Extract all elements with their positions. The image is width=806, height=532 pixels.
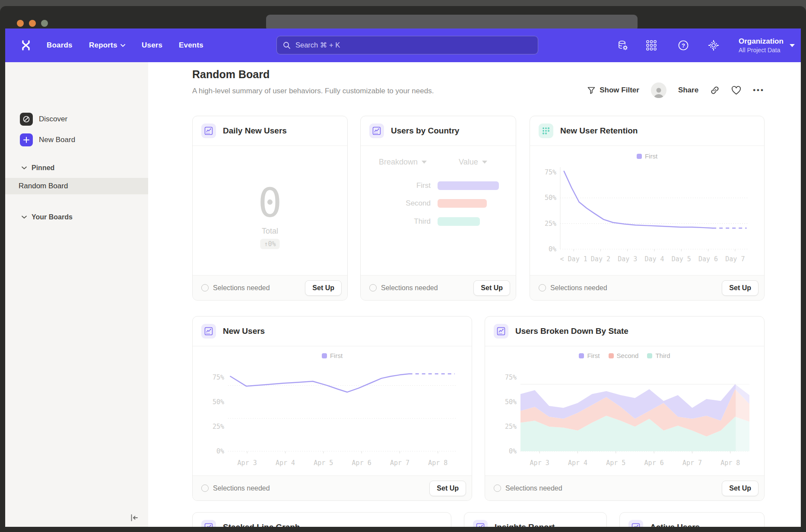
value-dropdown[interactable]: Value	[459, 158, 487, 167]
collapse-left-icon	[130, 513, 139, 522]
window-minimize-button[interactable]	[29, 20, 36, 27]
nav-item-boards[interactable]: Boards	[47, 28, 73, 62]
svg-text:75%: 75%	[545, 168, 556, 176]
svg-text:0%: 0%	[216, 447, 224, 455]
legend-swatch	[322, 353, 327, 358]
retention-grid-icon	[539, 124, 553, 138]
line-chart-icon	[201, 520, 216, 527]
favorite-button[interactable]	[731, 86, 741, 95]
breakdown-dropdown[interactable]: Breakdown	[379, 158, 427, 167]
card-header: Users by Country	[361, 116, 516, 146]
org-switcher[interactable]: Organization All Project Data	[739, 28, 795, 62]
sidebar-item-random-board[interactable]: Random Board	[5, 178, 148, 194]
new-users-chart-svg: 75%50%25%0%Apr 3Apr 4Apr 5Apr 6Apr 7Apr …	[203, 360, 462, 469]
chart-legend: First	[530, 152, 764, 160]
mixpanel-logo-icon	[19, 39, 32, 52]
board-actions: Show Filter Share •••	[587, 80, 765, 100]
question-mark-icon: ?	[678, 40, 689, 51]
svg-text:Apr 8: Apr 8	[720, 459, 740, 467]
window-zoom-button[interactable]	[41, 20, 48, 27]
sidebar-item-discover[interactable]: Discover	[5, 113, 148, 126]
card-stacked-line-graph: Stacked Line Graph	[192, 512, 451, 527]
legend-swatch	[579, 353, 584, 358]
row-label: First	[361, 181, 431, 190]
chart-legend: First	[193, 352, 472, 359]
svg-text:Apr 5: Apr 5	[314, 459, 333, 467]
mixpanel-logo[interactable]	[16, 28, 35, 62]
set-up-button[interactable]: Set Up	[473, 280, 510, 296]
link-icon	[710, 86, 720, 95]
svg-text:Apr 6: Apr 6	[644, 459, 664, 467]
chart-legend: First Second Third	[485, 352, 764, 359]
sidebar-section-pinned[interactable]: Pinned	[5, 162, 148, 174]
set-up-button[interactable]: Set Up	[722, 481, 758, 496]
card-users-by-country: Users by Country Breakdown Value First S…	[360, 116, 516, 301]
state-chart: 75%50%25%0%Apr 3Apr 4Apr 5Apr 6Apr 7Apr …	[495, 360, 755, 469]
show-filter-button[interactable]: Show Filter	[587, 86, 639, 95]
line-chart-icon	[201, 124, 216, 138]
chevron-down-icon	[790, 44, 795, 47]
country-bar	[438, 217, 480, 226]
set-up-button[interactable]: Set Up	[429, 481, 466, 496]
svg-text:Day 2: Day 2	[591, 255, 610, 263]
card-footer: Selections needed Set Up	[361, 275, 516, 300]
svg-text:?: ?	[682, 42, 685, 49]
line-chart-icon	[494, 324, 508, 339]
share-button[interactable]: Share	[678, 86, 698, 95]
sidebar: Discover New Board Pinned Random Board Y…	[5, 62, 149, 527]
country-bar	[438, 199, 487, 208]
app-content: Boards Reports Users Events Search ⌘ + K	[5, 28, 801, 527]
set-up-button[interactable]: Set Up	[305, 280, 342, 296]
data-management-button[interactable]	[613, 28, 632, 62]
copy-link-button[interactable]	[710, 86, 720, 95]
svg-text:Apr 6: Apr 6	[352, 459, 371, 467]
line-chart-icon	[369, 124, 384, 138]
set-up-button[interactable]: Set Up	[722, 280, 758, 296]
card-title: Insights Report	[495, 522, 555, 527]
card-active-users: Active Users	[619, 512, 765, 527]
card-footer: Selections needed Set Up	[530, 275, 764, 300]
svg-text:Day 4: Day 4	[644, 255, 664, 263]
status-text: Selections needed	[550, 284, 607, 292]
gear-icon	[708, 40, 719, 51]
search-input[interactable]: Search ⌘ + K	[276, 36, 538, 54]
svg-text:Day 6: Day 6	[698, 255, 718, 263]
sidebar-collapse-button[interactable]	[129, 512, 140, 523]
status-text: Selections needed	[505, 484, 562, 492]
sidebar-section-your-boards[interactable]: Your Boards	[5, 212, 148, 223]
row-label: Second	[361, 199, 431, 208]
card-header: New Users	[193, 317, 472, 346]
settings-button[interactable]	[704, 28, 723, 62]
retention-chart-svg: 75%50%25%0%< Day 1Day 2Day 3Day 4Day 5Da…	[540, 161, 755, 265]
card-users-by-state: Users Broken Down By State First Second …	[485, 316, 765, 501]
state-chart-svg: 75%50%25%0%Apr 3Apr 4Apr 5Apr 6Apr 7Apr …	[495, 360, 755, 469]
avatar[interactable]	[651, 82, 666, 98]
status-circle-icon	[539, 284, 546, 291]
apps-grid-button[interactable]	[642, 28, 661, 62]
country-row: Third	[361, 217, 480, 226]
svg-text:25%: 25%	[545, 220, 556, 228]
card-title: Users by Country	[391, 126, 459, 136]
status-circle-icon	[201, 484, 209, 492]
card-header: New User Retention	[530, 116, 764, 146]
svg-text:Apr 4: Apr 4	[276, 459, 295, 467]
metric-delta-badge: ↑0%	[260, 239, 279, 249]
compass-icon	[22, 115, 30, 123]
sidebar-label-new-board: New Board	[39, 136, 75, 144]
svg-text:75%: 75%	[505, 374, 517, 381]
window-close-button[interactable]	[17, 20, 24, 27]
more-options-button[interactable]: •••	[753, 86, 765, 95]
status-circle-icon	[369, 284, 377, 291]
search-placeholder: Search ⌘ + K	[295, 41, 340, 49]
funnel-icon	[587, 86, 596, 95]
card-header: Daily New Users	[193, 116, 347, 146]
sidebar-item-new-board[interactable]: New Board	[5, 133, 148, 146]
nav-item-users[interactable]: Users	[142, 28, 162, 62]
nav-item-events[interactable]: Events	[179, 28, 203, 62]
sidebar-label-discover: Discover	[39, 115, 67, 124]
svg-text:Day 7: Day 7	[725, 255, 745, 263]
nav-item-reports[interactable]: Reports	[89, 28, 125, 62]
help-button[interactable]: ?	[674, 28, 693, 62]
svg-text:Apr 8: Apr 8	[428, 459, 447, 467]
card-header: Stacked Line Graph	[193, 513, 451, 527]
